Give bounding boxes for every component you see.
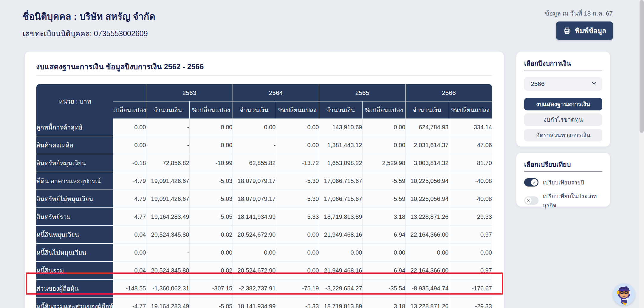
cell-value: 0.00 — [276, 261, 319, 279]
column-subheader: จำนวนเงิน — [405, 101, 449, 119]
year-header: 2564 — [233, 84, 319, 101]
report-tab-button[interactable]: งบกำไรขาดทุน — [524, 113, 602, 126]
cell-value: 0.00 — [113, 244, 146, 261]
fiscal-year-select[interactable]: 2566 — [524, 77, 602, 91]
cell-value: 0.00 — [362, 244, 405, 261]
row-label: หนี้สินไม่หมุนเวียน — [36, 244, 113, 261]
cell-value: 0.00 — [189, 244, 233, 261]
company-registration: เลขทะเบียนนิติบุคคล: 0735553002609 — [23, 27, 148, 39]
fiscal-year-card-title: เลือกปีงบการเงิน — [524, 58, 571, 69]
cell-value: - — [146, 118, 189, 136]
cell-value: 0.02 — [189, 226, 233, 244]
comparison-card: เลือกเปรียบเทียบ ✓เปรียบเทียบรายปี✕เปรีย… — [516, 153, 610, 207]
vertical-scrollbar[interactable] — [639, 0, 644, 308]
cell-value: 0.00 — [449, 244, 492, 261]
cell-value: -5.33 — [276, 208, 319, 226]
cell-value: 17,066,715.67 — [319, 190, 362, 208]
cell-value: -5.30 — [276, 190, 319, 208]
cell-value: 18,079,079.17 — [233, 190, 276, 208]
cell-value: -8,935,494.74 — [405, 279, 449, 297]
cell-value: 0.00 — [319, 244, 362, 261]
cell-value: -5.33 — [276, 297, 319, 308]
cell-value: -40.08 — [449, 190, 492, 208]
cell-value: 0.00 — [276, 118, 319, 136]
clipped-year-cell — [113, 84, 146, 101]
cell-value: 0.00 — [233, 118, 276, 136]
table-row: สินทรัพย์ไม่หมุนเวียน-4.7919,091,426.67-… — [36, 190, 492, 208]
cell-value: 6.94 — [362, 226, 405, 244]
table-row: ลูกหนี้การค้าสุทธิ0.00-0.000.000.00143,9… — [36, 118, 492, 136]
statement-table-body: ลูกหนี้การค้าสุทธิ0.00-0.000.000.00143,9… — [36, 118, 492, 308]
statement-card: งบแสดงฐานะการเงิน ข้อมูลปีงบการเงิน 2562… — [25, 52, 504, 308]
report-button-group: งบแสดงฐานะการเงินงบกำไรขาดทุนอัตราส่วนทา… — [524, 98, 602, 141]
cell-value: 3.18 — [362, 297, 405, 308]
cell-value: 0.04 — [113, 261, 146, 279]
comparison-toggle-group: ✓เปรียบเทียบรายปี✕เปรียบเทียบในประเภทธุร… — [524, 178, 602, 210]
printer-icon — [563, 27, 571, 35]
report-tab-button[interactable]: งบแสดงฐานะการเงิน — [524, 98, 602, 110]
cell-value: -1,360,062.31 — [146, 279, 189, 297]
cell-value: 3.18 — [362, 208, 405, 226]
cell-value: 20,524,345.80 — [146, 261, 189, 279]
fiscal-year-selected-value: 2566 — [531, 80, 591, 87]
cell-value: 19,164,283.49 — [146, 208, 189, 226]
cell-value: -307.15 — [189, 279, 233, 297]
cell-value: -4.79 — [113, 172, 146, 190]
column-subheader: จำนวนเงิน — [233, 101, 276, 119]
row-label: สินทรัพย์ไม่หมุนเวียน — [36, 190, 113, 208]
comparison-card-title: เลือกเปรียบเทียบ — [524, 159, 571, 170]
cell-value: 0.00 — [113, 118, 146, 136]
table-row: สินค้าคงเหลือ0.00-0.00-0.001,381,443.120… — [36, 136, 492, 154]
comparison-toggle-row[interactable]: ✕เปรียบเทียบในประเภทธุรกิจ — [524, 192, 602, 210]
cell-value: 72,856.82 — [146, 154, 189, 172]
cell-value: 62,855.82 — [233, 154, 276, 172]
cell-value: 0.97 — [449, 261, 492, 279]
cell-value: 2,529.98 — [362, 154, 405, 172]
cell-value: 19,091,426.67 — [146, 190, 189, 208]
year-header: 2566 — [405, 84, 492, 101]
column-subheader: %เปลี่ยนแปลง — [449, 101, 492, 119]
cell-value: 0.00 — [276, 136, 319, 154]
chatbot-avatar[interactable] — [613, 284, 635, 306]
cell-value: 0.00 — [362, 118, 405, 136]
year-header: 2563 — [146, 84, 233, 101]
cell-value: - — [146, 244, 189, 261]
row-label: หนี้สินหมุนเวียน — [36, 226, 113, 244]
title-divider — [36, 76, 492, 76]
table-row: หนี้สินไม่หมุนเวียน0.00-0.000.000.000.00… — [36, 244, 492, 261]
cell-value: 0.00 — [189, 118, 233, 136]
cell-value: -29.33 — [449, 208, 492, 226]
cell-value: -5.05 — [189, 208, 233, 226]
cell-value: 0.04 — [113, 226, 146, 244]
column-subheader: %เปลี่ยนแปลง — [276, 101, 319, 119]
comparison-toggle-row[interactable]: ✓เปรียบเทียบรายปี — [524, 178, 602, 187]
cell-value: 18,719,813.89 — [319, 208, 362, 226]
cell-value: 6.94 — [362, 261, 405, 279]
cell-value: -13.72 — [276, 154, 319, 172]
robot-mascot-icon — [613, 301, 635, 306]
print-button[interactable]: พิมพ์ข้อมูล — [556, 21, 613, 40]
cell-value: 18,079,079.17 — [233, 172, 276, 190]
cell-value: 0.00 — [276, 226, 319, 244]
cell-value: -4.77 — [113, 208, 146, 226]
year-header: 2565 — [319, 84, 405, 101]
cell-value: -35.54 — [362, 279, 405, 297]
cell-value: 21,949,468.16 — [319, 261, 362, 279]
cell-value: 0.00 — [405, 244, 449, 261]
toggle-on-switch[interactable]: ✓ — [524, 178, 538, 187]
table-row: สินทรัพย์รวม-4.7719,164,283.49-5.0518,14… — [36, 208, 492, 226]
print-button-label: พิมพ์ข้อมูล — [575, 25, 606, 36]
table-row: ที่ดิน อาคารและอุปกรณ์-4.7919,091,426.67… — [36, 172, 492, 190]
scrollbar-thumb[interactable] — [640, 0, 644, 133]
column-subheader: จำนวนเงิน — [319, 101, 362, 119]
toggle-label: เปรียบเทียบในประเภทธุรกิจ — [543, 192, 602, 210]
cell-value: 21,949,468.16 — [319, 226, 362, 244]
cell-value: 13,228,871.26 — [405, 208, 449, 226]
toggle-off-switch[interactable]: ✕ — [524, 196, 538, 205]
cell-value: 18,141,934.99 — [233, 208, 276, 226]
row-label: ที่ดิน อาคารและอุปกรณ์ — [36, 172, 113, 190]
cell-value: 0.97 — [449, 226, 492, 244]
report-tab-button[interactable]: อัตราส่วนทางการเงิน — [524, 129, 602, 141]
cell-value: -5.59 — [362, 172, 405, 190]
row-label: สินทรัพย์รวม — [36, 208, 113, 226]
